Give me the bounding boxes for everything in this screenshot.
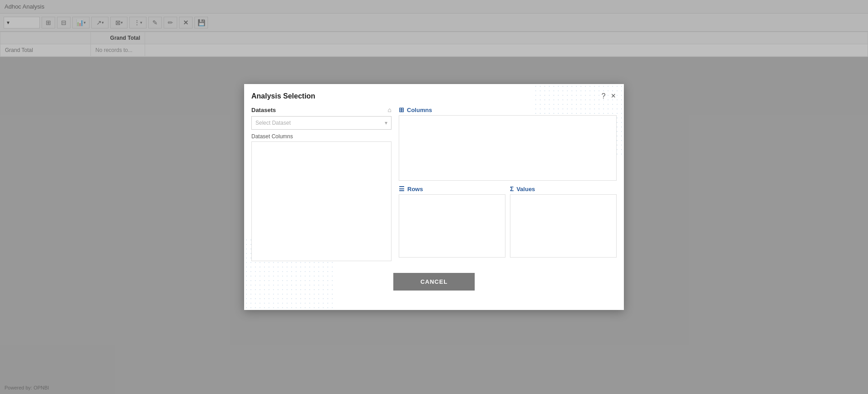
footer: Powered by: OPNBI (5, 385, 49, 390)
values-zone-label-text: Values (516, 186, 535, 192)
modal-title: Analysis Selection (251, 92, 315, 100)
rows-drop-zone (399, 194, 505, 258)
modal-header: Analysis Selection ? × (244, 84, 624, 106)
left-panel: Datasets ⌂ Select Dataset ▾ Dataset Colu… (251, 106, 392, 261)
modal-body: Datasets ⌂ Select Dataset ▾ Dataset Colu… (244, 106, 624, 268)
dataset-select-chevron: ▾ (385, 120, 387, 126)
columns-zone-label: ⊞ Columns (399, 106, 617, 113)
columns-drop-zone (399, 115, 617, 181)
analysis-selection-dialog: Analysis Selection ? × Datasets ⌂ Select… (244, 84, 624, 310)
dataset-select[interactable]: Select Dataset ▾ (251, 116, 392, 130)
help-button[interactable]: ? (601, 91, 607, 101)
rows-zone-label: ☰ Rows (399, 185, 505, 192)
rows-zone-wrap: ☰ Rows (399, 185, 505, 258)
modal-overlay: Analysis Selection ? × Datasets ⌂ Select… (0, 0, 868, 394)
rows-zone-label-text: Rows (407, 186, 423, 192)
values-zone-label: Σ Values (510, 185, 617, 192)
columns-zone-label-text: Columns (407, 107, 432, 113)
cancel-button[interactable]: CANCEL (393, 273, 475, 291)
columns-zone-icon: ⊞ (399, 106, 404, 113)
right-panel: ⊞ Columns ☰ Rows (399, 106, 617, 261)
bottom-zones: ☰ Rows Σ Values (399, 185, 617, 258)
values-drop-zone (510, 194, 617, 258)
dataset-columns-list (251, 141, 392, 261)
sigma-icon: Σ (510, 185, 514, 192)
values-zone-wrap: Σ Values (510, 185, 617, 258)
modal-close-button[interactable]: × (610, 90, 617, 102)
datasets-section-label: Datasets ⌂ (251, 106, 392, 113)
columns-zone-wrap: ⊞ Columns (399, 106, 617, 181)
rows-zone-icon: ☰ (399, 185, 405, 192)
dataset-columns-label: Dataset Columns (251, 133, 392, 140)
datasets-label-text: Datasets (251, 107, 276, 113)
modal-footer: CANCEL (244, 268, 624, 300)
dataset-select-placeholder: Select Dataset (255, 120, 291, 126)
home-icon[interactable]: ⌂ (388, 106, 392, 113)
powered-by-text: Powered by: OPNBI (5, 385, 49, 390)
modal-header-icons: ? × (601, 90, 617, 102)
